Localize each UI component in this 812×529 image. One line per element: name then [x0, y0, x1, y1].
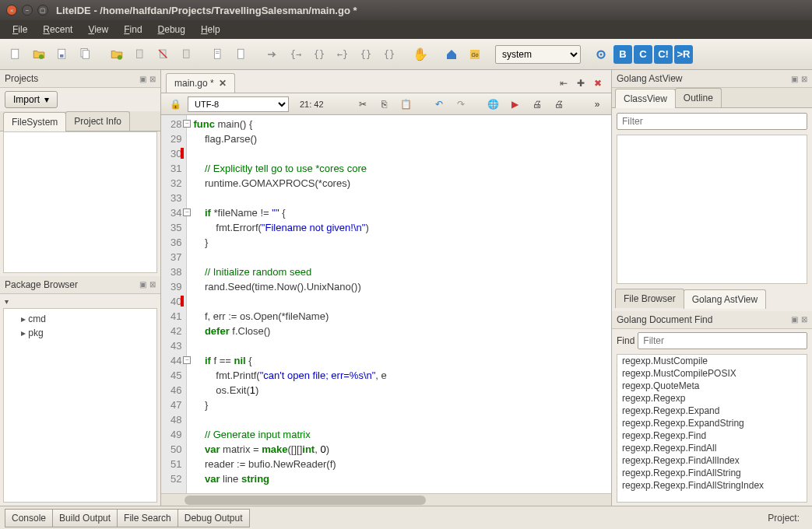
close-all-icon[interactable]: ✖ [589, 75, 606, 92]
window-title: LiteIDE - /home/halfdan/Projects/Travell… [56, 5, 357, 16]
chevron-down-icon: ▾ [44, 94, 49, 105]
editor-tab[interactable]: main.go * ✕ [166, 73, 235, 93]
result-item[interactable]: regexp.Regexp.FindAll [617, 442, 807, 454]
lock-icon[interactable]: 🔒 [166, 95, 185, 114]
env-select[interactable]: system [495, 45, 581, 64]
menu-view[interactable]: View [82, 22, 114, 37]
tab-file-browser[interactable]: File Browser [615, 289, 684, 308]
tab-filesystem[interactable]: FileSystem [3, 112, 66, 131]
toolbar-button-4[interactable] [207, 44, 229, 65]
close-icon[interactable]: ⊠ [801, 75, 807, 83]
tab-outline[interactable]: Outline [675, 88, 722, 107]
gear-icon[interactable] [590, 44, 612, 65]
project-open-button[interactable] [106, 44, 128, 65]
restore-icon[interactable]: ▣ [791, 75, 798, 83]
result-item[interactable]: regexp.Regexp.Find [617, 429, 807, 442]
tab-close-icon[interactable]: ✕ [219, 78, 227, 89]
save-all-button[interactable] [75, 44, 97, 65]
result-item[interactable]: regexp.Regexp.Expand [617, 405, 807, 417]
open-folder-button[interactable] [28, 44, 50, 65]
debug-button-1[interactable]: {→ [285, 44, 307, 65]
docfind-results[interactable]: regexp.MustCompileregexp.MustCompilePOSI… [617, 354, 807, 503]
svg-rect-14 [238, 49, 244, 58]
package-tree[interactable]: cmdpkg [3, 308, 157, 503]
fold-toggle[interactable]: − [183, 208, 191, 216]
tree-item-cmd[interactable]: cmd [7, 312, 153, 326]
pdf-icon[interactable]: ▶ [506, 95, 525, 114]
tab-golang-astview[interactable]: Golang AstView [684, 289, 767, 309]
svg-text:Go: Go [471, 52, 478, 58]
add-icon[interactable]: ✚ [572, 75, 589, 92]
result-item[interactable]: regexp.Regexp.FindAllIndex [617, 454, 807, 467]
close-icon[interactable]: ⊠ [149, 75, 156, 83]
result-item[interactable]: regexp.Regexp.FindAllString [617, 467, 807, 479]
cut-icon[interactable]: ✂ [353, 95, 372, 114]
toolbar-c-button[interactable]: C [634, 45, 652, 64]
result-item[interactable]: regexp.MustCompile [617, 355, 807, 367]
encoding-select[interactable]: UTF-8 [188, 96, 289, 112]
save-button[interactable] [51, 44, 73, 65]
debug-button-4[interactable]: {} [355, 44, 377, 65]
restore-icon[interactable]: ▣ [139, 280, 146, 289]
horizontal-scrollbar[interactable] [161, 493, 611, 506]
toolbar-button-3[interactable] [176, 44, 198, 65]
filesystem-tree[interactable] [3, 131, 157, 273]
toolbar-r-button[interactable]: >R [674, 45, 693, 64]
restore-icon[interactable]: ▣ [139, 75, 146, 83]
menu-help[interactable]: Help [195, 22, 227, 37]
toolbar-button-5[interactable] [230, 44, 252, 65]
result-item[interactable]: regexp.MustCompilePOSIX [617, 367, 807, 380]
fold-toggle[interactable]: − [183, 356, 191, 364]
redo-icon[interactable]: ↷ [452, 95, 470, 114]
paste-icon[interactable]: 📋 [397, 95, 416, 114]
split-left-icon[interactable]: ⇤ [555, 75, 572, 92]
statusbar-build-output[interactable]: Build Output [52, 509, 118, 527]
chevron-down-icon[interactable]: ▾ [5, 297, 9, 306]
result-item[interactable]: regexp.Regexp.FindAllStringIndex [617, 479, 807, 492]
debug-button-3[interactable]: ←} [332, 44, 353, 65]
undo-icon[interactable]: ↶ [430, 95, 448, 114]
tab-project-info[interactable]: Project Info [65, 111, 130, 131]
code-editor[interactable]: func main() { flag.Parse() // Explicitly… [187, 115, 611, 493]
toolbar-c-button[interactable]: C! [654, 45, 673, 64]
toolbar-b-button[interactable]: B [613, 45, 632, 64]
svg-rect-0 [12, 49, 19, 58]
tab-classview[interactable]: ClassView [615, 89, 676, 108]
astview-filter-input[interactable] [617, 113, 807, 130]
import-button[interactable]: Import ▾ [5, 91, 58, 108]
new-file-button[interactable] [5, 44, 26, 65]
result-item[interactable]: regexp.QuoteMeta [617, 380, 807, 392]
fold-toggle[interactable]: − [183, 120, 191, 128]
more-icon[interactable]: » [588, 95, 606, 114]
toolbar-button-2[interactable] [153, 44, 174, 65]
print-icon[interactable]: 🖨 [528, 95, 547, 114]
window-maximize-button[interactable]: ▢ [37, 5, 48, 16]
close-icon[interactable]: ⊠ [801, 315, 807, 324]
menu-find[interactable]: Find [118, 22, 148, 37]
menu-debug[interactable]: Debug [152, 22, 192, 37]
tree-item-pkg[interactable]: pkg [7, 326, 153, 340]
go-icon[interactable]: Go [464, 44, 486, 65]
result-item[interactable]: regexp.Regexp [617, 392, 807, 405]
hand-icon[interactable]: ✋ [410, 44, 431, 65]
menu-file[interactable]: File [6, 22, 33, 37]
restore-icon[interactable]: ▣ [791, 315, 798, 324]
statusbar-debug-output[interactable]: Debug Output [178, 509, 250, 527]
result-item[interactable]: regexp.Regexp.ExpandString [617, 417, 807, 429]
copy-icon[interactable]: ⎘ [375, 95, 394, 114]
toolbar-button-1[interactable] [129, 44, 151, 65]
globe-icon[interactable]: 🌐 [484, 95, 503, 114]
print-preview-icon[interactable]: 🖨 [550, 95, 568, 114]
menu-recent[interactable]: Recent [37, 22, 79, 37]
close-icon[interactable]: ⊠ [149, 280, 156, 289]
home-button[interactable] [441, 44, 462, 65]
debug-button-5[interactable]: {} [378, 44, 400, 65]
window-close-button[interactable]: × [6, 5, 17, 16]
astview-tree[interactable] [617, 135, 807, 284]
statusbar-file-search[interactable]: File Search [117, 509, 178, 527]
window-minimize-button[interactable]: − [22, 5, 33, 16]
step-over-button[interactable] [262, 44, 283, 65]
docfind-input[interactable] [638, 332, 807, 349]
statusbar-console[interactable]: Console [5, 509, 53, 527]
debug-button-2[interactable]: {} [308, 44, 330, 65]
